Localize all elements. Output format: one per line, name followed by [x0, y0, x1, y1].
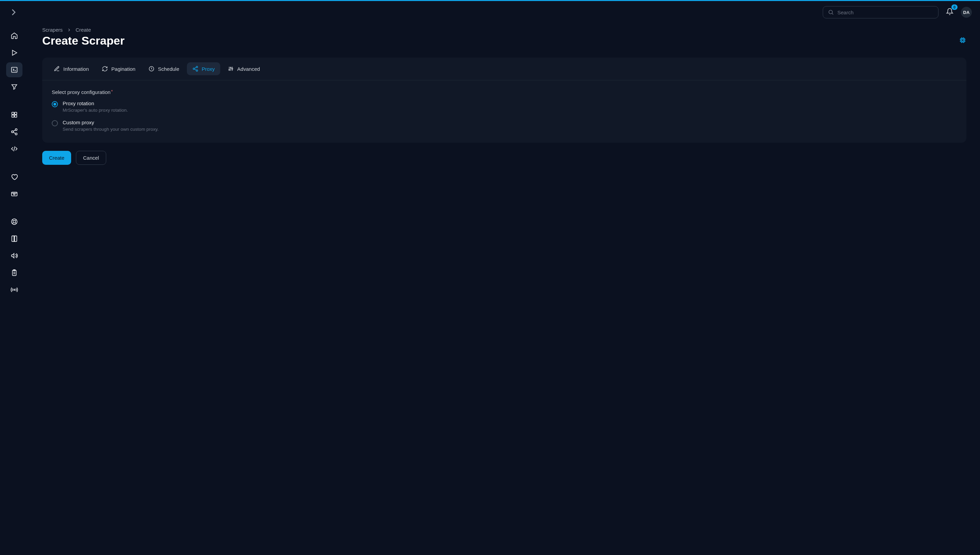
clipboard-icon [11, 269, 18, 276]
svg-rect-3 [14, 112, 17, 114]
search-input[interactable] [837, 10, 934, 15]
tab-proxy[interactable]: Proxy [187, 62, 220, 75]
nav-docs[interactable] [6, 231, 22, 246]
svg-point-20 [193, 68, 195, 70]
nav-home[interactable] [6, 28, 22, 43]
cash-icon [11, 190, 18, 197]
tab-label: Schedule [158, 66, 179, 72]
breadcrumb-root[interactable]: Scrapers [42, 27, 62, 33]
svg-point-23 [230, 67, 231, 69]
form-actions: Create Cancel [42, 151, 966, 165]
nav-announcements[interactable] [6, 248, 22, 263]
svg-point-7 [11, 131, 14, 133]
filter-icon [11, 83, 18, 91]
proxy-panel: Select proxy configuration* Proxy rotati… [42, 80, 966, 143]
edit-icon [54, 66, 60, 72]
heart-icon [11, 173, 18, 180]
svg-point-8 [15, 133, 18, 135]
megaphone-icon [11, 252, 18, 260]
grid-icon [11, 111, 18, 119]
svg-point-21 [196, 70, 198, 72]
cpu-icon [959, 37, 966, 44]
code-icon [11, 145, 18, 152]
radio-title: Custom proxy [62, 120, 159, 125]
radio-indicator [52, 101, 58, 107]
chevron-right-icon [8, 7, 19, 18]
nav-code[interactable] [6, 141, 22, 156]
tab-label: Information [63, 66, 89, 72]
svg-rect-5 [14, 115, 17, 117]
chevron-right-icon [67, 27, 72, 32]
tab-schedule[interactable]: Schedule [143, 62, 185, 75]
svg-point-10 [14, 193, 15, 195]
notifications-badge: 0 [951, 5, 958, 10]
lifebuoy-icon [11, 218, 18, 225]
svg-point-15 [14, 289, 15, 290]
tab-information[interactable]: Information [48, 62, 94, 75]
svg-rect-16 [961, 38, 965, 42]
svg-point-19 [196, 66, 198, 68]
home-icon [11, 32, 18, 40]
radio-title: Proxy rotation [62, 101, 128, 106]
radio-indicator [52, 120, 58, 126]
nav-favorites[interactable] [6, 169, 22, 184]
svg-point-0 [829, 10, 833, 14]
top-bar: 0 DA [0, 1, 980, 24]
broadcast-icon [11, 286, 18, 294]
clock-icon [149, 66, 155, 72]
nav-broadcast[interactable] [6, 282, 22, 297]
chip-button[interactable] [959, 37, 966, 45]
svg-rect-4 [12, 115, 14, 117]
avatar[interactable]: DA [961, 7, 972, 18]
refresh-icon [102, 66, 108, 72]
share-icon [11, 128, 18, 136]
svg-point-6 [15, 129, 18, 131]
tabs: Information Pagination Schedule Proxy Ad… [42, 58, 966, 80]
radio-description: MrScraper's auto proxy rotation. [62, 107, 128, 113]
radio-proxy-rotation[interactable]: Proxy rotation MrScraper's auto proxy ro… [52, 101, 957, 113]
nav-clipboard[interactable] [6, 265, 22, 280]
tab-label: Advanced [237, 66, 260, 72]
tab-advanced[interactable]: Advanced [222, 62, 266, 75]
nav-terminal[interactable] [6, 62, 22, 77]
radio-custom-proxy[interactable]: Custom proxy Send scrapers through your … [52, 120, 957, 132]
radio-group-proxy: Proxy rotation MrScraper's auto proxy ro… [52, 101, 957, 132]
nav-share[interactable] [6, 124, 22, 139]
breadcrumb: Scrapers Create [42, 24, 966, 33]
svg-rect-9 [11, 192, 18, 196]
nav-help[interactable] [6, 214, 22, 229]
book-icon [11, 235, 18, 242]
tab-label: Proxy [202, 66, 215, 72]
sidebar-expand-button[interactable] [8, 7, 19, 18]
create-button[interactable]: Create [42, 151, 71, 165]
main-content: Scrapers Create Create Scraper Informati… [29, 24, 980, 555]
terminal-icon [11, 66, 18, 74]
play-icon [11, 49, 18, 56]
sliders-icon [228, 66, 234, 72]
svg-point-12 [13, 220, 15, 223]
svg-point-24 [232, 69, 233, 69]
search-box[interactable] [823, 6, 938, 18]
svg-rect-17 [962, 39, 964, 41]
svg-rect-2 [12, 112, 14, 114]
form-panel: Information Pagination Schedule Proxy Ad… [42, 58, 966, 143]
radio-description: Send scrapers through your own custom pr… [62, 127, 159, 132]
cancel-button[interactable]: Cancel [76, 151, 106, 165]
nav-billing[interactable] [6, 186, 22, 201]
tab-label: Pagination [111, 66, 136, 72]
sidebar [0, 24, 29, 555]
notifications-button[interactable]: 0 [944, 6, 956, 19]
field-label: Select proxy configuration* [52, 89, 957, 95]
nav-filter[interactable] [6, 79, 22, 94]
nav-play[interactable] [6, 45, 22, 60]
page-title: Create Scraper [42, 34, 125, 47]
svg-point-22 [229, 69, 230, 71]
search-icon [828, 9, 834, 15]
required-marker: * [111, 89, 113, 94]
tab-pagination[interactable]: Pagination [96, 62, 141, 75]
breadcrumb-current: Create [75, 27, 91, 33]
share-icon [192, 66, 199, 72]
nav-apps[interactable] [6, 107, 22, 122]
